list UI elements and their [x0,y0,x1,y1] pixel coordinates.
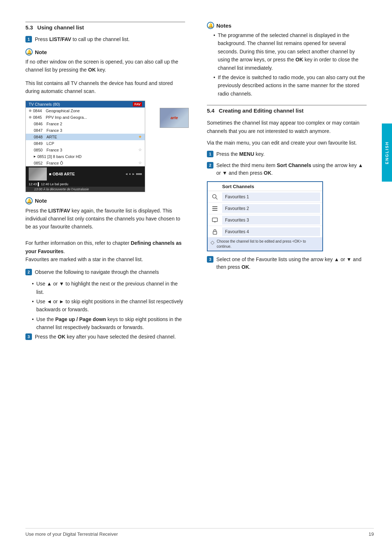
note-1-label: Note [35,49,47,55]
channel-list-screenshot: TV Channels (80) FAV ⊕ 0844 Geographical… [25,101,145,192]
page-container: 5.3 Using channel list 1 Press LIST/FAV … [0,0,392,555]
notes-header: 🔔 Notes [207,22,367,29]
ch-row-0847: 0847 France 3 [26,127,145,134]
sc-row-fav1: Favourites 1 [208,191,322,203]
step-r3: 3 Select one of the Favourite lists usin… [207,256,367,271]
step-r2-badge: 2 [207,162,213,169]
sc-footer-icon: ◇ [211,239,215,246]
step-1-text: Press LIST/FAV to call up the channel li… [35,36,130,43]
page-footer: Use more of your Digital Terrestrial Rec… [25,528,374,537]
ch-row-0845: ⊕ 0845 PPV Imp and Geogra... [26,114,145,121]
ch-num-3: 0846 [34,122,46,126]
ch-row-0850: 0850 France 3 ☆ [26,147,145,153]
sc-icon-lock [208,228,222,235]
ch-name: Geographical Zone [46,109,142,113]
step-r1-text: Press the MENU key. [216,150,265,158]
step-1-badge: 1 [25,36,32,42]
ch-num-8: ▸ [34,154,36,159]
ch-thumbnail [29,167,47,181]
note-1-text: If no other window on the screen is open… [25,58,185,74]
footer-text: Use more of your Digital Terrestrial Rec… [25,531,118,537]
step-r2-text: Select the third menu item Sort Channels… [216,162,367,177]
notes-icon: 🔔 [207,22,214,29]
ch-arrow-icon: ⊕ [29,109,32,113]
ch-info-bar: ■ OB48 ARTE ◄ ● ► ■■■ [26,166,145,182]
sc-icon-search [208,194,222,200]
sc-label-fav1: Favourites 1 [222,193,320,201]
ch-num-9: 0852 [34,161,46,165]
ch-prog-row: 13:00 À la découverte de l'Australasie [26,187,145,192]
note-2-icon: 🔔 [25,197,33,204]
ch-num: 0844 [33,109,46,113]
sc-header: Sort Channels [208,182,322,191]
ch-list-header: TV Channels (80) FAV [26,101,145,108]
bullet-3: Use the Page up / Page down keys to skip… [32,315,185,332]
notes-box: 🔔 Notes The programme of the selected ch… [207,22,367,98]
section-5-4-title: Creating and Editing channel list [219,108,303,114]
notes-label: Notes [216,23,232,29]
sc-row-fav4: Favourites 4 [208,226,322,238]
body-text-1: This list contains all TV channels the d… [25,79,185,96]
notes-bullets: The programme of the selected channel is… [213,31,367,98]
svg-rect-5 [212,218,217,222]
sc-label-fav4: Favourites 4 [222,227,320,236]
note-1-header: 🔔 Note [25,48,185,56]
ch-star-icon-2: ☆ [138,147,142,152]
left-column: 5.3 Using channel list 1 Press LIST/FAV … [25,22,189,504]
sort-channels-screenshot: Sort Channels Favourites 1 [207,181,323,251]
channel-list-container: TV Channels (80) FAV ⊕ 0844 Geographical… [25,101,185,192]
step-3-ok: 3 Press the OK key after you have select… [25,333,185,341]
step-r1-badge: 1 [207,151,213,157]
ch-time-row-1: 12:43 ▌ 12:40 Le bal perdu [26,182,145,187]
section-5-3-heading: 5.3 Using channel list [25,22,185,31]
note-2-text: Press the LIST/FAV key again, the favour… [25,207,185,264]
svg-rect-4 [212,210,217,211]
step-r1: 1 Press the MENU key. [207,150,367,158]
ch-controls: ◄ ● ► ■■■ [125,172,142,176]
ch-name-2: PPV Imp and Geogra... [46,115,142,119]
svg-rect-8 [213,231,217,234]
two-columns: 5.3 Using channel list 1 Press LIST/FAV … [25,22,367,504]
notes-bullet-2: If the device is switched to radio mode,… [213,73,367,98]
ch-star-icon: ★ [138,134,142,139]
ch-name-6: LCP [46,141,142,146]
ch-name-7: France 3 [46,148,138,152]
sc-footer: ◇ Choose the channel list to be edited a… [208,238,322,251]
sc-label-fav3: Favourites 3 [222,216,320,224]
note-box-2: 🔔 Note Press the LIST/FAV key again, the… [25,197,185,264]
step-r3-text: Select one of the Favourite lists using … [216,256,367,271]
ch-arrow-icon-2: ⊕ [29,115,32,119]
ch-num-7: 0850 [34,148,46,152]
sc-row-fav2: Favourites 2 [208,203,322,214]
sc-label-fav2: Favourites 2 [222,204,320,213]
svg-line-1 [216,198,218,199]
channel-preview: arte [160,108,189,128]
note-1-icon: 🔔 [25,48,33,56]
step-2-badge: 2 [25,269,32,275]
sc-row-fav3: Favourites 3 [208,214,322,226]
ch-name-5: ARTE [46,135,138,139]
ch-row-0851: ▸ 0851 [3] 8 bars Color HD [26,153,145,160]
body-text-2: Sometimes the channel list may appear to… [207,119,367,135]
step-1-list: 1 Press LIST/FAV to call up the channel … [25,36,185,43]
section-5-4-heading: 5.4 Creating and Editing channel list [207,105,367,114]
ch-row-0849: 0849 LCP [26,140,145,147]
ch-row-0844: ⊕ 0844 Geographical Zone [26,108,145,114]
notes-bullet-1: The programme of the selected channel is… [213,31,367,72]
right-column: 🔔 Notes The programme of the selected ch… [203,22,367,504]
note-box-1: 🔔 Note If no other window on the screen … [25,48,185,74]
ch-name-9: France Ô [46,161,138,165]
ch-num-4: 0847 [34,128,46,133]
note-2-header: 🔔 Note [25,197,185,204]
svg-rect-3 [212,208,217,209]
nav-bullets: Use ▲ or ▼ to highlight the next or the … [32,280,185,331]
arte-logo: arte [171,116,178,120]
ch-row-0848: 0848 ARTE ★ [26,134,145,140]
svg-point-0 [213,194,216,198]
bullet-1: Use ▲ or ▼ to highlight the next or the … [32,280,185,296]
ch-row-0852: 0852 France Ô ☆ [26,160,145,166]
ch-star-icon-3: ☆ [138,161,142,165]
ch-fav-badge: FAV [133,102,142,106]
sc-icon-tv [208,217,222,223]
section-5-3-title: Using channel list [37,24,84,31]
